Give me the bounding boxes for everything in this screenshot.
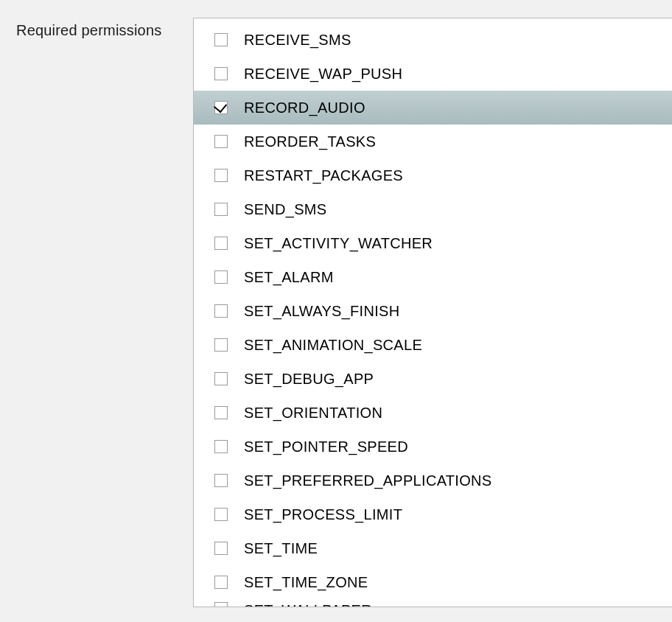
permission-checkbox[interactable] <box>214 338 228 352</box>
permission-label: RECORD_AUDIO <box>244 99 365 116</box>
permission-checkbox[interactable] <box>214 474 228 487</box>
permission-row[interactable]: SET_PROCESS_LIMIT <box>194 497 672 531</box>
permission-checkbox[interactable] <box>214 440 228 453</box>
permission-label: RECEIVE_SMS <box>244 32 351 49</box>
permission-label: SET_TIME_ZONE <box>244 574 368 591</box>
permission-checkbox[interactable] <box>214 372 228 385</box>
permission-row[interactable]: SET_PREFERRED_APPLICATIONS <box>194 464 672 497</box>
permission-label: RESTART_PACKAGES <box>244 167 403 184</box>
permission-checkbox[interactable] <box>214 602 228 607</box>
permission-row[interactable]: RECEIVE_SMS <box>194 23 672 57</box>
permission-checkbox[interactable] <box>214 542 228 555</box>
permission-row[interactable]: SET_ALWAYS_FINISH <box>194 294 672 328</box>
permission-label: SET_POINTER_SPEED <box>244 438 408 455</box>
permission-label: SET_PREFERRED_APPLICATIONS <box>244 472 491 489</box>
permission-checkbox[interactable] <box>214 67 228 80</box>
permission-checkbox[interactable] <box>214 406 228 419</box>
permission-label: SET_PROCESS_LIMIT <box>244 506 402 523</box>
permission-row[interactable]: SET_TIME <box>194 531 672 565</box>
permission-row[interactable]: SET_WALLPAPER <box>194 599 672 607</box>
permission-label: REORDER_TASKS <box>244 133 376 150</box>
permission-row[interactable]: SET_ORIENTATION <box>194 396 672 430</box>
permission-row[interactable]: SET_ALARM <box>194 260 672 294</box>
permission-checkbox[interactable] <box>214 101 228 114</box>
permission-row[interactable]: RECEIVE_WAP_PUSH <box>194 57 672 91</box>
permission-checkbox[interactable] <box>214 135 228 148</box>
permission-label: SET_ALWAYS_FINISH <box>244 303 399 320</box>
permission-row[interactable]: RECORD_AUDIO <box>194 91 672 125</box>
permission-row[interactable]: REORDER_TASKS <box>194 125 672 158</box>
permission-row[interactable]: SET_TIME_ZONE <box>194 565 672 599</box>
permission-label: RECEIVE_WAP_PUSH <box>244 66 402 83</box>
permission-checkbox[interactable] <box>214 508 228 521</box>
permission-label: SET_ORIENTATION <box>244 405 382 422</box>
permission-checkbox[interactable] <box>214 237 228 250</box>
permission-label: SET_TIME <box>244 540 318 557</box>
permission-label: SET_ANIMATION_SCALE <box>244 337 422 354</box>
permission-label: SET_WALLPAPER <box>244 602 372 607</box>
permission-row[interactable]: SET_DEBUG_APP <box>194 362 672 396</box>
permission-checkbox[interactable] <box>214 576 228 589</box>
permission-row[interactable]: SEND_SMS <box>194 192 672 226</box>
permission-checkbox[interactable] <box>214 169 228 182</box>
permission-label: SEND_SMS <box>244 201 326 218</box>
permission-row[interactable]: SET_POINTER_SPEED <box>194 430 672 464</box>
permission-row[interactable]: RESTART_PACKAGES <box>194 158 672 192</box>
permission-label: SET_DEBUG_APP <box>244 371 374 388</box>
permission-checkbox[interactable] <box>214 270 228 284</box>
permission-row[interactable]: SET_ACTIVITY_WATCHER <box>194 226 672 260</box>
permission-row[interactable]: SET_ANIMATION_SCALE <box>194 328 672 362</box>
permission-label: SET_ALARM <box>244 269 334 286</box>
permission-label: SET_ACTIVITY_WATCHER <box>244 235 433 252</box>
permissions-list[interactable]: RECEIVE_SMSRECEIVE_WAP_PUSHRECORD_AUDIOR… <box>193 18 672 607</box>
permission-checkbox[interactable] <box>214 304 228 318</box>
section-label: Required permissions <box>16 22 161 38</box>
permission-checkbox[interactable] <box>214 203 228 216</box>
permission-checkbox[interactable] <box>214 33 228 46</box>
